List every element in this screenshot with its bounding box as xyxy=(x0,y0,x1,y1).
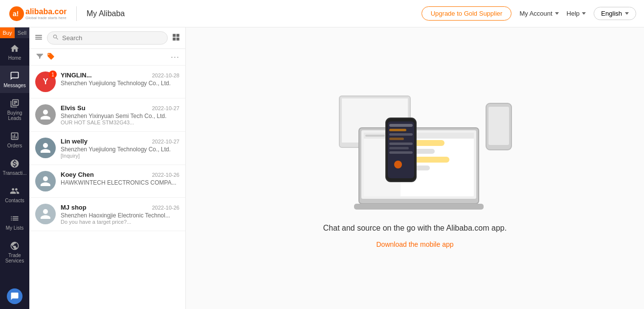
message-date-4: 2022-10-26 xyxy=(152,172,179,178)
help-chevron-icon xyxy=(582,12,586,15)
upgrade-button[interactable]: Upgrade to Gold Supplier xyxy=(422,6,512,21)
message-toolbar xyxy=(29,27,185,49)
avatar-wrap-2 xyxy=(35,104,56,125)
sidebar-label-home: Home xyxy=(8,55,22,61)
message-content-3: Lin welly 2022-10-27 Shenzhen Yuejiulong… xyxy=(61,138,179,159)
avatar-wrap-5 xyxy=(35,204,56,224)
message-item-5[interactable]: MJ shop 2022-10-26 Shenzhen Haoxingjie E… xyxy=(29,198,185,231)
message-list: Y 1 YINGLIN... 2022-10-28 Shenzhen Yueji… xyxy=(29,66,185,309)
main-layout: Buy Sell Home Messages Buying Leads xyxy=(0,27,644,309)
language-label: English xyxy=(601,10,622,17)
sidebar-toggle-icon[interactable] xyxy=(34,33,43,44)
grid-view-icon[interactable] xyxy=(172,33,180,44)
sidebar-label-buying-leads: Buying Leads xyxy=(2,110,27,121)
main-content: Chat and source on the go with the Aliba… xyxy=(186,27,644,309)
avatar-3 xyxy=(35,138,56,158)
buy-tab[interactable]: Buy xyxy=(0,27,15,38)
svg-point-32 xyxy=(394,161,402,168)
message-content-5: MJ shop 2022-10-26 Shenzhen Haoxingjie E… xyxy=(61,204,179,225)
download-app-link[interactable]: Download the mobile app xyxy=(377,240,454,248)
chat-support-icon xyxy=(7,288,22,304)
message-name-2: Elvis Su xyxy=(61,104,86,112)
buying-leads-icon xyxy=(9,98,20,109)
account-label: My Account xyxy=(519,10,552,17)
sidebar-item-chat-support[interactable] xyxy=(0,284,29,309)
svg-rect-25 xyxy=(389,124,413,127)
sidebar-item-messages[interactable]: Messages xyxy=(0,66,29,93)
avatar-wrap-3 xyxy=(35,138,56,158)
more-options-icon[interactable]: ··· xyxy=(171,52,179,62)
message-filters: ··· xyxy=(29,49,185,66)
svg-rect-22 xyxy=(489,107,509,145)
message-company-2: Shenzhen Yixinyuan Semi Tech Co., Ltd. xyxy=(61,113,179,119)
navbar: a! alibaba.com Global trade starts here.… xyxy=(0,0,644,27)
sidebar-item-home[interactable]: Home xyxy=(0,38,29,66)
message-content-4: Koey Chen 2022-10-26 HAWKWINTECH ELECTRO… xyxy=(61,171,179,186)
alibaba-logo: a! alibaba.com Global trade starts here.… xyxy=(8,4,67,23)
sell-tab[interactable]: Sell xyxy=(15,27,29,38)
svg-point-4 xyxy=(43,176,48,181)
sidebar-label-my-lists: My Lists xyxy=(6,225,24,231)
svg-rect-29 xyxy=(389,143,413,145)
message-company-5: Shenzhen Haoxingjie Electronic Technol..… xyxy=(61,212,179,219)
page-title: My Alibaba xyxy=(87,9,125,18)
message-item-2[interactable]: Elvis Su 2022-10-27 Shenzhen Yixinyuan S… xyxy=(29,98,185,132)
message-date-2: 2022-10-27 xyxy=(152,105,179,111)
sidebar-item-transactions[interactable]: Transacti... xyxy=(0,153,29,181)
sidebar-item-orders[interactable]: Orders xyxy=(0,126,29,153)
svg-text:a!: a! xyxy=(13,10,19,18)
filter-unread-icon[interactable] xyxy=(35,52,43,62)
svg-rect-19 xyxy=(365,135,385,137)
sidebar-label-trade-services: Trade Services xyxy=(2,253,27,263)
transactions-icon xyxy=(9,158,20,169)
svg-rect-30 xyxy=(389,147,409,149)
svg-text:Global trade starts here.™: Global trade starts here.™ xyxy=(25,16,67,20)
avatar-2 xyxy=(35,104,56,125)
help-label: Help xyxy=(567,10,580,17)
message-name-1: YINGLIN... xyxy=(61,71,92,79)
svg-point-5 xyxy=(43,209,48,214)
search-box[interactable] xyxy=(47,31,168,45)
promo-area: Chat and source on the go with the Aliba… xyxy=(312,89,518,248)
navbar-right: Upgrade to Gold Supplier My Account Help… xyxy=(422,6,636,21)
messages-icon xyxy=(9,71,20,81)
buy-sell-toggle: Buy Sell xyxy=(0,27,29,38)
svg-rect-26 xyxy=(389,129,406,131)
search-icon xyxy=(52,34,59,42)
sidebar-item-trade-services[interactable]: Trade Services xyxy=(0,236,29,268)
message-header-1: YINGLIN... 2022-10-28 xyxy=(61,71,179,79)
search-input[interactable] xyxy=(62,34,162,42)
message-company-3: Shenzhen Yuejiulong Technology Co., Ltd. xyxy=(61,146,179,153)
message-item-4[interactable]: Koey Chen 2022-10-26 HAWKWINTECH ELECTRO… xyxy=(29,165,185,198)
sidebar-item-buying-leads[interactable]: Buying Leads xyxy=(0,93,29,126)
devices-svg xyxy=(312,89,518,216)
unread-badge-1: 1 xyxy=(49,71,57,78)
language-chevron-icon xyxy=(625,12,629,15)
filter-tag-icon[interactable] xyxy=(47,52,55,62)
account-chevron-icon xyxy=(555,12,559,15)
message-date-5: 2022-10-26 xyxy=(152,205,179,211)
avatar-wrap-4 xyxy=(35,171,56,191)
orders-icon xyxy=(9,131,20,142)
trade-services-icon xyxy=(9,240,20,251)
home-icon xyxy=(9,43,20,54)
sidebar-item-contacts[interactable]: Contacts xyxy=(0,181,29,208)
promo-text: Chat and source on the go with the Aliba… xyxy=(323,224,507,233)
message-name-4: Koey Chen xyxy=(61,171,94,178)
message-content-2: Elvis Su 2022-10-27 Shenzhen Yixinyuan S… xyxy=(61,104,179,125)
sidebar-item-my-lists[interactable]: My Lists xyxy=(0,208,29,236)
message-item-1[interactable]: Y 1 YINGLIN... 2022-10-28 Shenzhen Yueji… xyxy=(29,66,185,98)
account-menu[interactable]: My Account xyxy=(519,10,558,17)
language-button[interactable]: English xyxy=(594,7,636,20)
sidebar-label-transactions: Transacti... xyxy=(2,170,26,176)
divider xyxy=(76,6,77,21)
svg-rect-28 xyxy=(389,138,404,140)
message-list-panel: ··· Y 1 YINGLIN... 2022-10-28 Shenzhen Y… xyxy=(29,27,186,309)
message-preview-2: OUR HOT SALE STM32G43... xyxy=(61,119,179,125)
logo-area: a! alibaba.com Global trade starts here.… xyxy=(8,4,125,23)
help-menu[interactable]: Help xyxy=(567,10,586,17)
svg-rect-31 xyxy=(389,151,413,154)
message-item-3[interactable]: Lin welly 2022-10-27 Shenzhen Yuejiulong… xyxy=(29,132,185,165)
message-header-5: MJ shop 2022-10-26 xyxy=(61,204,179,211)
avatar-wrap-1: Y 1 xyxy=(35,71,56,92)
